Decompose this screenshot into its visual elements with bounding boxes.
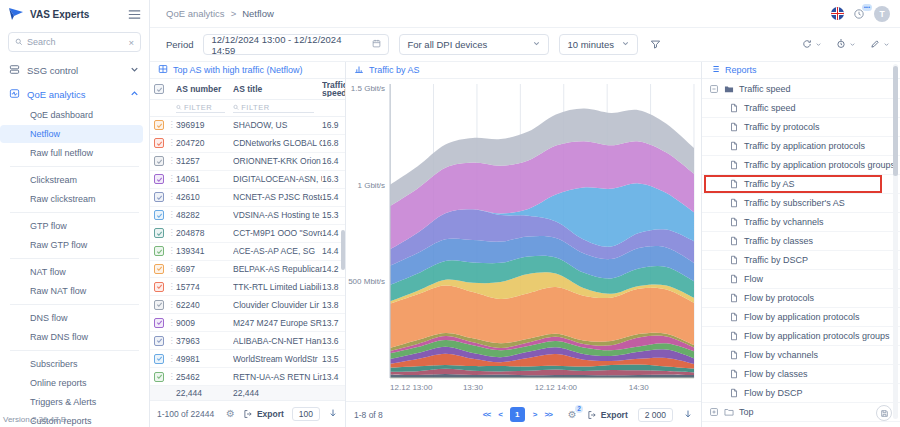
table-row-as-15774[interactable]: ⋮15774TTK-RTL Limited Liabili13.8 (150, 278, 345, 296)
report-item-traffic-by-as[interactable]: Traffic by AS (702, 175, 900, 194)
drag-handle-icon[interactable]: ⋮ (167, 337, 176, 345)
report-item-flow-by-classes[interactable]: Flow by classes (702, 365, 900, 384)
report-folder-rtt[interactable]: RTT (702, 422, 900, 427)
first-page-button[interactable]: << (483, 410, 490, 419)
table-row-as-49981[interactable]: ⋮49981WorldStream WorldStr13.5 (150, 350, 345, 368)
clear-search-icon[interactable]: × (128, 37, 134, 48)
breadcrumb-parent[interactable]: QoE analytics (166, 8, 225, 19)
chart-area[interactable]: 1.5 Gbit/s1 Gbit/s500 Mbit/s12.12 13:001… (346, 79, 701, 401)
dpi-device-select[interactable]: For all DPI devices (399, 34, 549, 55)
sidebar-item-raw-clickstream[interactable]: Raw clickstream (0, 190, 143, 208)
avatar[interactable]: T (874, 6, 890, 22)
row-checkbox[interactable] (154, 120, 164, 130)
drag-handle-icon[interactable]: ⋮ (167, 229, 176, 237)
drag-handle-icon[interactable]: ⋮ (167, 193, 176, 201)
drag-handle-icon[interactable]: ⋮ (167, 265, 176, 273)
row-checkbox[interactable] (154, 372, 164, 382)
drag-handle-icon[interactable]: ⋮ (167, 157, 176, 165)
row-checkbox[interactable] (154, 336, 164, 346)
table-row-as-14061[interactable]: ⋮14061DIGITALOCEAN-ASN, U16.3 (150, 171, 345, 189)
sidebar-item-raw-dns-flow[interactable]: Raw DNS flow (0, 328, 143, 346)
period-range-input[interactable]: 12/12/2024 13:00 - 12/12/2024 14:59 (203, 34, 389, 55)
prev-page-button[interactable]: < (498, 410, 502, 419)
row-checkbox[interactable] (154, 300, 164, 310)
sidebar-section-ssg-control[interactable]: SSG control (0, 58, 149, 82)
sidebar-item-subscribers[interactable]: Subscribers (0, 355, 143, 373)
sidebar-item-raw-nat-flow[interactable]: Raw NAT flow (0, 282, 143, 300)
row-checkbox[interactable] (154, 318, 164, 328)
col-header-as-title[interactable]: AS title (233, 84, 322, 94)
timer-dropdown[interactable] (836, 39, 856, 51)
table-row-as-9009[interactable]: ⋮9009M247 M247 Europe SRL13.7 (150, 314, 345, 332)
row-checkbox[interactable] (154, 246, 164, 256)
report-item-traffic-by-dscp[interactable]: Traffic by DSCP (702, 251, 900, 270)
row-checkbox[interactable] (154, 354, 164, 364)
report-item-flow-by-application-protocols-groups[interactable]: Flow by application protocols groups (702, 327, 900, 346)
as-number-filter-input[interactable] (184, 103, 225, 112)
drag-handle-icon[interactable]: ⋮ (167, 247, 176, 255)
hamburger-menu-icon[interactable] (128, 9, 141, 20)
current-page[interactable]: 1 (510, 407, 525, 422)
table-row-as-31257[interactable]: ⋮31257ORIONNET-KRK Orion T16.4 (150, 153, 345, 171)
report-item-traffic-by-vchannels[interactable]: Traffic by vchannels (702, 213, 900, 232)
table-row-as-62240[interactable]: ⋮62240Clouvider Clouvider Lir13.8 (150, 296, 345, 314)
drag-handle-icon[interactable]: ⋮ (167, 121, 176, 129)
sidebar-section-qoe-analytics[interactable]: QoE analytics (0, 82, 149, 106)
chart-settings-gear-icon[interactable]: ⚙2 (568, 410, 577, 420)
report-item-flow-by-protocols[interactable]: Flow by protocols (702, 289, 900, 308)
table-row-as-139341[interactable]: ⋮139341ACE-AS-AP ACE, SG14.4 (150, 243, 345, 261)
col-header-as-number[interactable]: AS number (176, 84, 233, 94)
table-settings-gear-icon[interactable]: ⚙ (226, 409, 235, 419)
table-row-as-204720[interactable]: ⋮204720CDNetworks GLOBAL C16.8 (150, 135, 345, 153)
search-input[interactable] (27, 37, 124, 47)
sidebar-item-raw-gtp-flow[interactable]: Raw GTP flow (0, 236, 143, 254)
language-flag-icon[interactable] (831, 7, 844, 20)
drag-handle-icon[interactable]: ⋮ (167, 175, 176, 183)
collapse-icon[interactable] (709, 84, 719, 94)
report-item-flow-by-application-protocols[interactable]: Flow by application protocols (702, 308, 900, 327)
drag-handle-icon[interactable]: ⋮ (167, 355, 176, 363)
arrow-down-icon[interactable] (683, 409, 693, 421)
report-item-traffic-by-application-protocols-groups[interactable]: Traffic by application protocols groups (702, 156, 900, 175)
report-item-traffic-speed[interactable]: Traffic speed (702, 99, 900, 118)
drag-handle-icon[interactable]: ⋮ (167, 373, 176, 381)
row-checkbox[interactable] (154, 228, 164, 238)
table-export-button[interactable]: Export (243, 409, 284, 419)
refresh-dropdown[interactable] (802, 39, 822, 51)
row-checkbox[interactable] (154, 156, 164, 166)
report-item-traffic-by-subscriber-s-as[interactable]: Traffic by subscriber's AS (702, 194, 900, 213)
table-row-as-25462[interactable]: ⋮25462RETN-UA-AS RETN Limi13.4 (150, 368, 345, 386)
sidebar-item-online-reports[interactable]: Online reports (0, 374, 143, 392)
drag-handle-icon[interactable]: ⋮ (167, 301, 176, 309)
row-checkbox[interactable] (154, 282, 164, 292)
report-item-flow[interactable]: Flow (702, 270, 900, 289)
row-checkbox[interactable] (154, 174, 164, 184)
last-page-button[interactable]: >> (544, 410, 551, 419)
sidebar-item-clickstream[interactable]: Clickstream (0, 171, 143, 189)
sidebar-item-dns-flow[interactable]: DNS flow (0, 309, 143, 327)
select-all-checkbox[interactable] (154, 84, 164, 94)
arrow-down-icon[interactable] (328, 408, 338, 420)
edit-dropdown[interactable] (870, 39, 890, 51)
report-folder-traffic-speed[interactable]: Traffic speed (702, 80, 900, 99)
drag-handle-icon[interactable]: ⋮ (167, 319, 176, 327)
as-title-filter[interactable] (233, 103, 314, 113)
filter-funnel-icon[interactable] (650, 39, 661, 50)
sidebar-item-nat-flow[interactable]: NAT flow (0, 263, 143, 281)
sidebar-search[interactable]: × (8, 32, 141, 52)
sidebar-item-triggers-alerts[interactable]: Triggers & Alerts (0, 393, 143, 411)
row-checkbox[interactable] (154, 138, 164, 148)
interval-select[interactable]: 10 minutes (559, 34, 637, 55)
calendar-icon[interactable] (372, 39, 381, 50)
table-row-as-37963[interactable]: ⋮37963ALIBABA-CN-NET Hang13.6 (150, 332, 345, 350)
sidebar-item-netflow[interactable]: Netflow (0, 125, 143, 143)
reports-scrollbar-thumb[interactable] (893, 66, 898, 176)
report-item-traffic-by-protocols[interactable]: Traffic by protocols (702, 118, 900, 137)
table-row-as-396919[interactable]: ⋮396919SHADOW, US16.9 (150, 117, 345, 135)
table-row-as-204878[interactable]: ⋮204878CCT-M9P1 OOO "Sovre14.4 (150, 225, 345, 243)
drag-handle-icon[interactable]: ⋮ (167, 283, 176, 291)
chart-export-button[interactable]: Export (587, 410, 628, 420)
row-checkbox[interactable] (154, 210, 164, 220)
sidebar-item-raw-full-netflow[interactable]: Raw full netflow (0, 144, 143, 162)
report-item-flow-by-dscp[interactable]: Flow by DSCP (702, 384, 900, 403)
